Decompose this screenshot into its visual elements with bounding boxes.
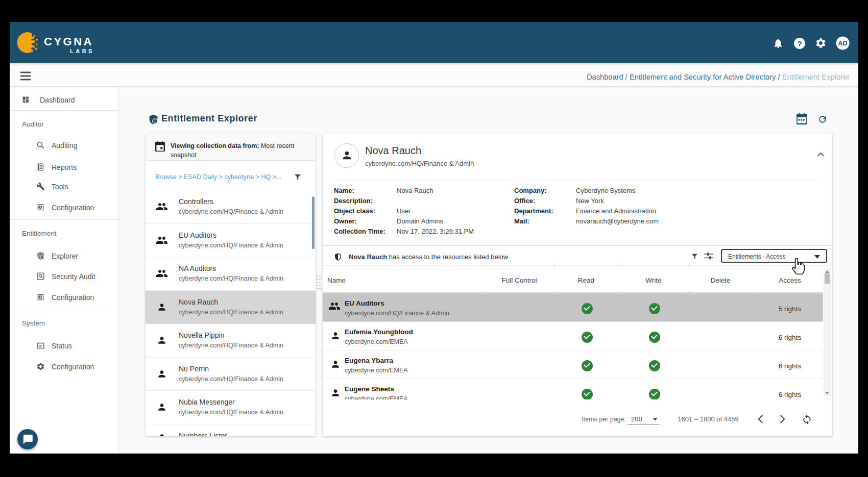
svg-text:AD: AD	[838, 40, 847, 47]
svg-text:?: ?	[797, 39, 802, 48]
